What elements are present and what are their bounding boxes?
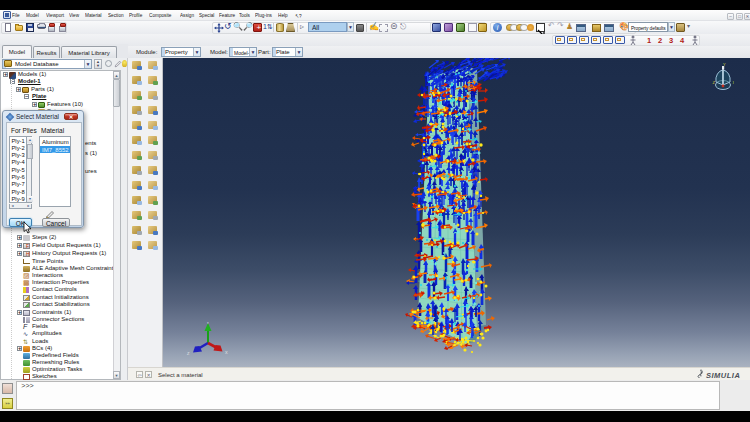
svg-text:Z: Z — [713, 80, 716, 85]
svg-text:Y: Y — [207, 322, 210, 325]
svg-text:Z: Z — [187, 351, 190, 356]
svg-text:X: X — [225, 350, 228, 355]
svg-text:SIMULIA: SIMULIA — [706, 371, 740, 380]
svg-text:X: X — [733, 80, 735, 85]
svg-text:Y: Y — [723, 62, 726, 67]
